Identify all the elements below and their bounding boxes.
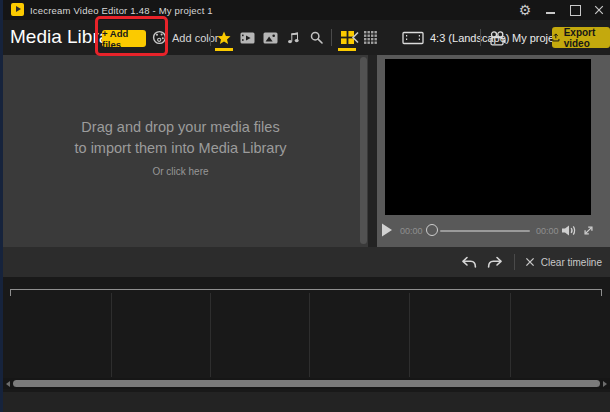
tab-videos[interactable] xyxy=(239,27,255,49)
timeline-gridline xyxy=(409,293,410,377)
dropzone-text-line1: Drag and drop your media files xyxy=(3,117,358,138)
redo-icon xyxy=(487,256,504,269)
divider xyxy=(480,29,481,46)
preview-panel: 00:00 00:00 xyxy=(377,55,610,247)
music-note-icon xyxy=(287,31,300,44)
window-title: Icecream Video Editor 1.48 - My project … xyxy=(30,5,213,16)
collapse-panel-button[interactable] xyxy=(351,29,361,45)
timeline-panel[interactable] xyxy=(3,277,610,392)
header-toolbar: Media Library + Add files Add color xyxy=(3,20,610,55)
footer-strip xyxy=(3,392,610,412)
movie-camera-icon xyxy=(489,31,506,46)
play-button[interactable] xyxy=(381,223,393,237)
current-time: 00:00 xyxy=(400,226,423,236)
timeline-scrollbar[interactable] xyxy=(3,378,610,389)
tab-favorites[interactable] xyxy=(216,27,232,49)
export-video-label: Export video xyxy=(564,27,610,49)
view-grid-small-button[interactable] xyxy=(362,27,378,49)
image-icon xyxy=(263,32,278,44)
add-color-button[interactable]: Add color xyxy=(152,28,218,47)
grid-small-icon xyxy=(364,31,377,44)
timeline-scrollbar-thumb[interactable] xyxy=(13,380,600,387)
undo-icon xyxy=(460,256,477,269)
timeline-gridline xyxy=(510,293,511,377)
timeline-gridline xyxy=(210,293,211,377)
add-color-label: Add color xyxy=(172,32,218,44)
playback-controls: 00:00 00:00 xyxy=(377,215,610,245)
palette-icon xyxy=(152,30,167,45)
timeline-gridline xyxy=(111,293,112,377)
media-library-panel: Drag and drop your media files to import… xyxy=(3,55,368,247)
app-window: Icecream Video Editor 1.48 - My project … xyxy=(0,0,610,412)
total-time: 00:00 xyxy=(536,226,559,236)
fullscreen-expand-icon xyxy=(582,224,595,237)
play-icon xyxy=(381,223,393,237)
divider xyxy=(210,29,211,46)
volume-icon xyxy=(561,224,577,237)
clear-x-icon xyxy=(525,257,535,267)
undo-button[interactable] xyxy=(460,256,477,269)
close-button[interactable] xyxy=(594,5,604,15)
fullscreen-button[interactable] xyxy=(582,224,595,237)
tab-images[interactable] xyxy=(262,27,278,49)
tab-audio[interactable] xyxy=(285,27,301,49)
upload-icon xyxy=(552,32,560,43)
timeline-gridline xyxy=(309,293,310,377)
timeline-actions-bar: Clear timeline xyxy=(3,247,610,277)
scroll-left-arrow-icon[interactable] xyxy=(6,381,10,387)
timeline-ruler xyxy=(10,289,602,296)
chevron-left-icon xyxy=(351,31,360,44)
seek-slider-handle[interactable] xyxy=(426,224,438,236)
panel-divider xyxy=(368,55,377,247)
dropzone[interactable]: Drag and drop your media files to import… xyxy=(3,117,358,177)
settings-gear-icon[interactable]: ⚙ xyxy=(517,1,533,19)
clear-timeline-label: Clear timeline xyxy=(541,257,602,268)
redo-button[interactable] xyxy=(487,256,504,269)
add-files-button[interactable]: + Add files xyxy=(102,30,146,47)
scroll-right-arrow-icon[interactable] xyxy=(603,381,607,387)
export-video-button[interactable]: Export video xyxy=(552,27,610,48)
divider xyxy=(514,254,515,270)
video-clip-icon xyxy=(240,32,255,44)
maximize-button[interactable] xyxy=(570,5,581,16)
search-icon xyxy=(310,31,323,44)
minimize-button[interactable] xyxy=(546,12,555,14)
media-library-scrollbar[interactable] xyxy=(360,57,367,244)
dropzone-text-line2: to import them into Media Library xyxy=(3,138,358,159)
tab-search[interactable] xyxy=(308,27,324,49)
star-icon xyxy=(217,31,231,45)
clear-timeline-button[interactable]: Clear timeline xyxy=(525,257,602,268)
titlebar: Icecream Video Editor 1.48 - My project … xyxy=(3,0,610,20)
volume-button[interactable] xyxy=(561,224,577,237)
aspect-ratio-icon xyxy=(402,31,424,45)
divider xyxy=(331,29,332,46)
app-logo-icon xyxy=(11,3,24,16)
close-icon xyxy=(594,5,604,15)
dropzone-click-hint[interactable]: Or click here xyxy=(3,166,358,177)
video-preview-screen[interactable] xyxy=(385,59,591,215)
seek-slider-track[interactable] xyxy=(440,230,530,232)
